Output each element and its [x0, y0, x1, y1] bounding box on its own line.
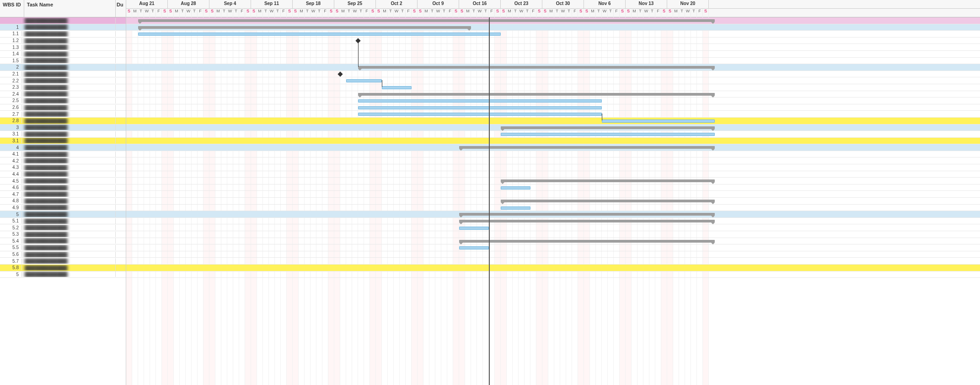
- task-row[interactable]: 2.3████████████: [0, 84, 126, 91]
- task-row[interactable]: 4.9████████████: [0, 205, 126, 211]
- summary-bar[interactable]: [459, 146, 715, 149]
- summary-bar[interactable]: [358, 66, 715, 69]
- task-row[interactable]: 2.6████████████: [0, 104, 126, 111]
- task-row[interactable]: 4.2████████████: [0, 157, 126, 164]
- task-row[interactable]: 5.8████████████: [0, 265, 126, 271]
- day-header: S: [126, 9, 132, 17]
- week-header[interactable]: Sep 18: [293, 0, 334, 8]
- task-bar[interactable]: [382, 86, 412, 89]
- task-row[interactable]: 1.4████████████: [0, 51, 126, 58]
- day-header: T: [305, 9, 311, 17]
- summary-bar[interactable]: [501, 126, 715, 129]
- task-bar[interactable]: [459, 246, 489, 249]
- task-row[interactable]: ████████████: [0, 17, 126, 24]
- task-row[interactable]: 4.8████████████: [0, 198, 126, 205]
- week-header[interactable]: Sep 25: [334, 0, 376, 8]
- summary-bar[interactable]: [501, 179, 715, 182]
- week-header[interactable]: Nov 20: [667, 0, 709, 8]
- task-bar[interactable]: [358, 106, 602, 109]
- summary-bar[interactable]: [138, 19, 715, 22]
- summary-bar[interactable]: [459, 213, 715, 216]
- task-row[interactable]: 5.3████████████: [0, 231, 126, 238]
- task-row[interactable]: 1.3████████████: [0, 44, 126, 51]
- task-bar[interactable]: [501, 206, 530, 210]
- day-header: F: [364, 9, 370, 17]
- taskname-cell: ████████████: [22, 111, 116, 117]
- task-row[interactable]: 4.4████████████: [0, 171, 126, 178]
- task-row[interactable]: 5.7████████████: [0, 258, 126, 265]
- day-header: T: [649, 9, 655, 17]
- col-header-taskname[interactable]: Task Name: [24, 0, 116, 17]
- week-header[interactable]: Sep 4: [209, 0, 251, 8]
- week-header[interactable]: Oct 16: [459, 0, 501, 8]
- task-row[interactable]: 3.1████████████: [0, 138, 126, 145]
- week-header[interactable]: Oct 2: [376, 0, 418, 8]
- timeline-body[interactable]: [126, 17, 980, 385]
- milestone-marker[interactable]: [337, 71, 343, 76]
- task-list-pane[interactable]: WBS ID Task Name Du ████████████1███████…: [0, 0, 126, 385]
- day-header: T: [192, 9, 198, 17]
- week-header[interactable]: Nov 13: [626, 0, 667, 8]
- task-row[interactable]: 5.4████████████: [0, 238, 126, 245]
- task-row[interactable]: 5.5████████████: [0, 244, 126, 251]
- task-row[interactable]: 2.1████████████: [0, 71, 126, 78]
- day-header: W: [519, 9, 525, 17]
- task-row[interactable]: 5████████████: [0, 271, 126, 278]
- day-header: S: [661, 9, 667, 17]
- day-header: M: [590, 9, 596, 17]
- task-bar[interactable]: [138, 33, 501, 36]
- task-row[interactable]: 3.1████████████: [0, 131, 126, 138]
- summary-bar[interactable]: [459, 220, 715, 222]
- task-row[interactable]: 5████████████: [0, 211, 126, 218]
- task-row[interactable]: 3████████████: [0, 125, 126, 131]
- week-header[interactable]: Sep 11: [251, 0, 293, 8]
- summary-bar[interactable]: [358, 93, 715, 96]
- task-row[interactable]: 1.1████████████: [0, 31, 126, 38]
- task-row[interactable]: 5.1████████████: [0, 218, 126, 225]
- task-row[interactable]: 1.5████████████: [0, 58, 126, 65]
- task-row[interactable]: 4████████████: [0, 144, 126, 151]
- day-header: T: [525, 9, 530, 17]
- task-row[interactable]: 2████████████: [0, 64, 126, 71]
- day-header: S: [328, 9, 334, 17]
- summary-bar[interactable]: [138, 26, 471, 29]
- task-row[interactable]: 5.6████████████: [0, 251, 126, 258]
- col-header-duration[interactable]: Du: [116, 0, 126, 17]
- week-header[interactable]: Aug 21: [126, 0, 168, 8]
- task-row[interactable]: 4.7████████████: [0, 191, 126, 198]
- summary-bar[interactable]: [501, 200, 715, 202]
- col-header-wbs[interactable]: WBS ID: [0, 0, 24, 17]
- week-header[interactable]: Oct 30: [542, 0, 584, 8]
- summary-bar[interactable]: [459, 240, 715, 243]
- task-row[interactable]: 2.2████████████: [0, 77, 126, 84]
- week-header[interactable]: Nov 6: [584, 0, 626, 8]
- task-row[interactable]: 1████████████: [0, 24, 126, 31]
- wbs-cell: 2: [0, 65, 22, 70]
- task-row[interactable]: 4.6████████████: [0, 184, 126, 191]
- task-rows[interactable]: ████████████1████████████1.1████████████…: [0, 17, 126, 385]
- task-row[interactable]: 4.3████████████: [0, 164, 126, 171]
- task-bar[interactable]: [602, 119, 715, 123]
- week-header[interactable]: Aug 28: [168, 0, 209, 8]
- task-row[interactable]: 2.5████████████: [0, 98, 126, 104]
- task-bar[interactable]: [358, 113, 602, 116]
- day-header: T: [233, 9, 239, 17]
- week-header[interactable]: Oct 23: [501, 0, 542, 8]
- task-row[interactable]: 2.4████████████: [0, 91, 126, 98]
- task-bar[interactable]: [358, 99, 602, 103]
- task-bar[interactable]: [501, 186, 530, 190]
- day-header: W: [602, 9, 608, 17]
- task-row[interactable]: 2.7████████████: [0, 111, 126, 118]
- task-row[interactable]: 4.5████████████: [0, 178, 126, 184]
- task-row[interactable]: 1.2████████████: [0, 38, 126, 44]
- task-row[interactable]: 2.8████████████: [0, 118, 126, 125]
- task-bar[interactable]: [346, 79, 382, 82]
- timeline-pane[interactable]: Aug 21Aug 28Sep 4Sep 11Sep 18Sep 25Oct 2…: [126, 0, 980, 385]
- task-row[interactable]: 4.1████████████: [0, 151, 126, 158]
- wbs-cell: 1.3: [0, 45, 22, 50]
- task-bar[interactable]: [459, 227, 489, 230]
- task-row[interactable]: 5.2████████████: [0, 224, 126, 231]
- task-bar[interactable]: [501, 133, 715, 136]
- week-header[interactable]: Oct 9: [418, 0, 459, 8]
- gantt-bars-layer[interactable]: [126, 17, 980, 385]
